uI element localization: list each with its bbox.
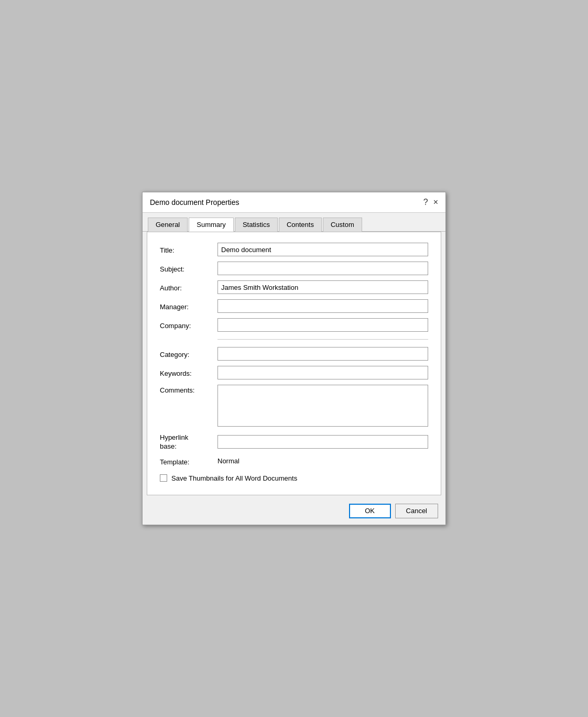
checkbox-label: Save Thumbnails for All Word Documents (171, 474, 297, 482)
tab-statistics[interactable]: Statistics (235, 218, 278, 232)
title-bar-controls: ? × (423, 198, 438, 207)
comments-textarea[interactable] (217, 385, 428, 427)
title-row: Title: (160, 243, 428, 256)
subject-label: Subject: (160, 264, 217, 273)
tab-custom[interactable]: Custom (323, 218, 362, 232)
subject-input[interactable] (217, 262, 428, 275)
keywords-row: Keywords: (160, 366, 428, 379)
tab-contents[interactable]: Contents (279, 218, 322, 232)
author-label: Author: (160, 283, 217, 292)
title-input[interactable] (217, 243, 428, 256)
hyperlink-row: Hyperlinkbase: (160, 432, 428, 451)
template-row: Template: Normal (160, 457, 428, 466)
hyperlink-label: Hyperlinkbase: (160, 432, 217, 451)
document-properties-dialog: Demo document Properties ? × General Sum… (142, 192, 446, 525)
tab-general[interactable]: General (148, 218, 188, 232)
title-label: Title: (160, 245, 217, 254)
content-area: Title: Subject: Author: Manager: Company… (147, 232, 441, 495)
dialog-footer: OK Cancel (143, 499, 445, 525)
author-input[interactable] (217, 280, 428, 294)
manager-input[interactable] (217, 299, 428, 313)
checkbox-row: Save Thumbnails for All Word Documents (160, 474, 428, 482)
keywords-input[interactable] (217, 366, 428, 379)
manager-row: Manager: (160, 299, 428, 313)
help-button[interactable]: ? (423, 198, 428, 207)
cancel-button[interactable]: Cancel (395, 504, 438, 518)
category-label: Category: (160, 349, 217, 358)
dialog-title: Demo document Properties (150, 198, 239, 207)
company-label: Company: (160, 320, 217, 330)
tab-summary[interactable]: Summary (189, 218, 234, 232)
hyperlink-input[interactable] (217, 435, 428, 449)
company-input[interactable] (217, 318, 428, 332)
comments-row: Comments: (160, 385, 428, 427)
author-row: Author: (160, 280, 428, 294)
separator (217, 339, 428, 340)
template-value: Normal (217, 457, 239, 465)
category-row: Category: (160, 347, 428, 361)
ok-button[interactable]: OK (349, 504, 391, 518)
save-thumbnails-checkbox[interactable] (160, 474, 167, 482)
title-bar: Demo document Properties ? × (143, 192, 445, 213)
keywords-label: Keywords: (160, 368, 217, 377)
template-label: Template: (160, 457, 217, 466)
category-input[interactable] (217, 347, 428, 361)
tabs-bar: General Summary Statistics Contents Cust… (143, 213, 445, 232)
manager-label: Manager: (160, 301, 217, 311)
comments-label: Comments: (160, 385, 217, 394)
subject-row: Subject: (160, 262, 428, 275)
close-button[interactable]: × (433, 198, 438, 207)
company-row: Company: (160, 318, 428, 332)
